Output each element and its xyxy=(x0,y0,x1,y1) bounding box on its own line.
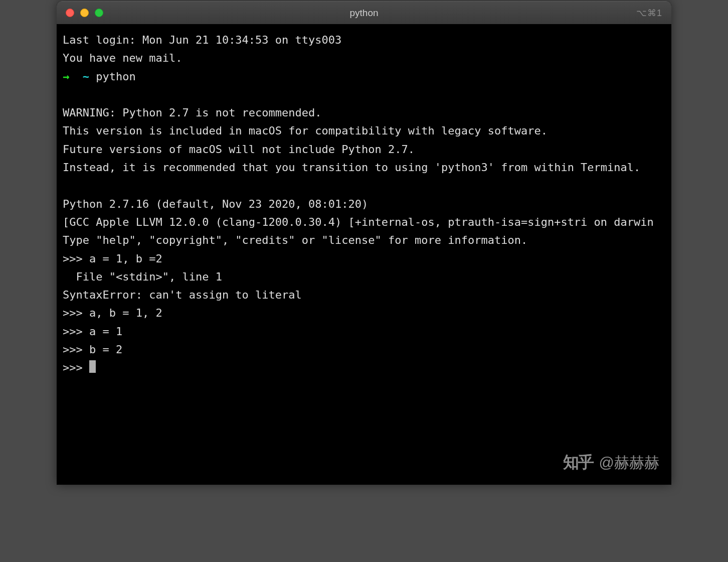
terminal-window: python ⌥⌘1 Last login: Mon Jun 21 10:34:… xyxy=(57,1,671,485)
cursor xyxy=(89,360,96,373)
repl-prompt: >>> xyxy=(63,343,89,356)
prompt-command: python xyxy=(96,70,135,83)
compiler-info-line: [GCC Apple LLVM 12.0.0 (clang-1200.0.30.… xyxy=(63,216,654,228)
help-line: Type "help", "copyright", "credits" or "… xyxy=(63,234,527,246)
repl-prompt: >>> xyxy=(63,361,89,374)
terminal-output[interactable]: Last login: Mon Jun 21 10:34:53 on ttys0… xyxy=(57,24,671,384)
watermark-text: @赫赫赫 xyxy=(599,453,659,473)
warning-line-2: This version is included in macOS for co… xyxy=(63,124,548,137)
python-version-line: Python 2.7.16 (default, Nov 23 2020, 08:… xyxy=(63,198,368,210)
close-button[interactable] xyxy=(66,9,74,17)
mail-notice-line: You have new mail. xyxy=(63,52,182,64)
repl-prompt: >>> xyxy=(63,325,89,338)
maximize-button[interactable] xyxy=(95,9,103,17)
titlebar[interactable]: python ⌥⌘1 xyxy=(57,1,671,24)
repl-prompt: >>> xyxy=(63,307,89,319)
error-file-line: File "<stdin>", line 1 xyxy=(63,270,222,283)
traffic-lights xyxy=(66,9,103,17)
watermark: 知乎 @赫赫赫 xyxy=(563,452,659,474)
last-login-line: Last login: Mon Jun 21 10:34:53 on ttys0… xyxy=(63,34,341,46)
prompt-arrow-icon: → xyxy=(63,70,69,83)
window-title: python xyxy=(349,8,378,19)
error-message-line: SyntaxError: can't assign to literal xyxy=(63,289,302,301)
minimize-button[interactable] xyxy=(80,9,89,17)
prompt-cwd: ~ xyxy=(83,70,89,83)
repl-prompt: >>> xyxy=(63,252,89,265)
repl-input-1: a = 1, b =2 xyxy=(89,252,162,265)
repl-input-2: a, b = 1, 2 xyxy=(89,307,162,319)
repl-input-3: a = 1 xyxy=(89,325,122,338)
warning-line-1: WARNING: Python 2.7 is not recommended. xyxy=(63,106,322,119)
zhihu-icon: 知乎 xyxy=(563,452,593,474)
window-shortcut: ⌥⌘1 xyxy=(636,8,662,19)
repl-input-4: b = 2 xyxy=(89,343,122,356)
warning-line-3: Future versions of macOS will not includ… xyxy=(63,143,415,156)
warning-line-4: Instead, it is recommended that you tran… xyxy=(63,161,640,174)
